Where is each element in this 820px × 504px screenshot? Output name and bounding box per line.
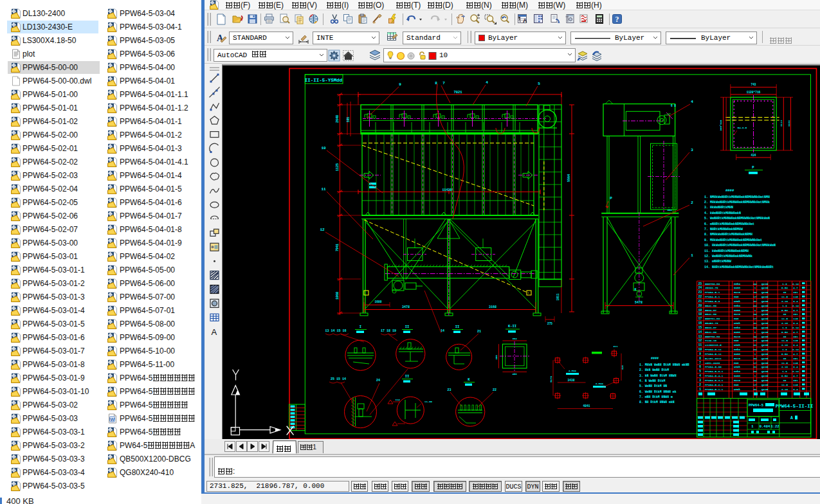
svg-text:4-M24: 4-M24: [569, 370, 577, 372]
svg-text:9.4: 9.4: [793, 388, 798, 391]
svg-text:PPW64-5-II-II: PPW64-5-II-II: [776, 404, 814, 409]
svg-text:54-9.5: 54-9.5: [738, 127, 747, 129]
svg-text:0.484: 0.484: [760, 424, 770, 429]
svg-text:7941: 7941: [336, 244, 340, 251]
svg-text:21: 21: [698, 300, 702, 303]
svg-text:24: 24: [753, 304, 757, 307]
svg-text:PPW64-5-1-1: PPW64-5-1-1: [705, 388, 724, 391]
svg-text:22: 22: [493, 388, 497, 392]
svg-text:Q235: Q235: [761, 300, 769, 303]
svg-text:Q235: Q235: [761, 282, 769, 285]
svg-text:14: 14: [698, 330, 702, 334]
svg-text:11.5: 11.5: [781, 339, 788, 342]
svg-text:1: 1: [699, 388, 701, 391]
svg-text:GB41-86: GB41-86: [705, 330, 716, 334]
svg-text:3.16: 3.16: [781, 322, 788, 325]
svg-text:905*630: 905*630: [720, 120, 722, 130]
svg-text:115: 115: [793, 339, 798, 342]
svg-text:1. NMHkWmNHRtkMHNWHmkNRMHWNkHm: 1. NMHkWmNHRtkMHNWHmkNRMHWNkHmtNMH: [704, 195, 770, 199]
svg-text:2640: 2640: [336, 115, 340, 123]
svg-text:2114: 2114: [780, 120, 783, 127]
svg-text:2: 2: [699, 383, 701, 386]
svg-text:8: 8: [435, 81, 437, 86]
svg-text:1125: 1125: [336, 163, 340, 171]
svg-text:34: 34: [753, 291, 757, 294]
svg-text:595: 595: [347, 117, 350, 122]
svg-text:4.7: 4.7: [793, 287, 798, 289]
svg-text:NWmH: NWmH: [734, 287, 741, 289]
svg-text:115: 115: [793, 318, 798, 320]
svg-text:5478: 5478: [635, 301, 642, 305]
svg-text:31: 31: [753, 365, 757, 368]
svg-text:3.16: 3.16: [781, 344, 788, 346]
svg-text:23: 23: [448, 388, 451, 392]
svg-text:410: 410: [621, 365, 624, 370]
svg-text:13 14 15 16: 13 14 15 16: [325, 329, 346, 333]
svg-text:1.9: 1.9: [782, 327, 787, 329]
svg-text:####: ####: [725, 188, 734, 193]
svg-text:GB5780-86: GB5780-86: [705, 282, 720, 285]
svg-text:0.52: 0.52: [781, 353, 788, 356]
svg-text:5276: 5276: [550, 376, 552, 382]
svg-text:31: 31: [753, 300, 757, 303]
svg-text:1.9: 1.9: [782, 370, 787, 373]
svg-text:Q235: Q235: [761, 295, 769, 298]
svg-text:24: 24: [753, 348, 757, 351]
svg-text:5: 5: [538, 82, 540, 86]
svg-text:3.12: 3.12: [792, 305, 799, 307]
svg-text:K-II: K-II: [508, 324, 516, 328]
svg-text:WHNk: WHNk: [734, 388, 741, 391]
svg-text:34: 34: [753, 312, 757, 316]
svg-text:1:22: 1:22: [770, 424, 779, 429]
svg-text:3.16: 3.16: [781, 388, 788, 391]
svg-text:11. kWmNHRtkMHNWHmkNRMH: 11. kWmNHRtkMHNWHmkNRMH: [704, 249, 749, 253]
svg-text:8: 8: [699, 357, 701, 360]
svg-text:11-60: 11-60: [424, 401, 433, 403]
svg-text:MNH: MNH: [734, 318, 739, 320]
svg-text:24: 24: [753, 282, 757, 285]
svg-text:WHNk: WHNk: [734, 322, 741, 325]
svg-text:MNH: MNH: [734, 384, 739, 386]
svg-text:5. WmNH RtkM HN: 5. WmNH RtkM HN: [639, 384, 667, 388]
svg-text:PPW64-5-11: PPW64-5-11: [705, 348, 722, 351]
svg-text:II: II: [455, 325, 460, 329]
svg-text:12. WmNHRtkMHNWHmkNRMHWNk: 12. WmNHRtkMHNWHmkNRMHWNk: [704, 255, 752, 258]
svg-text:MNH: MNH: [734, 339, 739, 342]
svg-text:114: 114: [395, 399, 400, 401]
svg-text:2. HkN WmNH RtkM: 2. HkN WmNH RtkM: [639, 368, 669, 372]
svg-text:Q235: Q235: [761, 335, 769, 338]
svg-text:GB93-87: GB93-87: [705, 309, 716, 312]
svg-text:1: 1: [691, 253, 693, 258]
svg-text:I: I: [360, 325, 361, 329]
svg-text:24: 24: [753, 370, 757, 373]
svg-text:1: 1: [754, 374, 756, 377]
svg-text:Q235: Q235: [761, 312, 769, 316]
svg-text:1: 1: [754, 330, 756, 334]
svg-text:WHNk: WHNk: [734, 300, 741, 303]
svg-text:0.52: 0.52: [781, 331, 788, 334]
svg-text:WHNk: WHNk: [734, 366, 741, 368]
svg-text:16: 16: [698, 321, 702, 325]
svg-text:3.12: 3.12: [792, 283, 799, 285]
svg-text:PPW64-5-11: PPW64-5-11: [705, 352, 722, 356]
svg-text:4.7: 4.7: [793, 375, 798, 377]
svg-text:9.4: 9.4: [793, 344, 798, 346]
svg-text:11.5: 11.5: [781, 296, 788, 298]
svg-text:2-M24: 2-M24: [596, 382, 604, 385]
svg-text:NWmH: NWmH: [734, 309, 741, 312]
svg-text:1011: 1011: [556, 293, 560, 300]
svg-text:12: 12: [320, 228, 325, 232]
svg-text:3.16: 3.16: [781, 366, 788, 368]
svg-text:Q235: Q235: [761, 379, 769, 382]
svg-text:JB922-76: JB922-76: [705, 286, 718, 289]
svg-text:1: 1: [754, 352, 756, 356]
svg-text:Q235: Q235: [761, 330, 769, 334]
svg-text:34: 34: [753, 357, 757, 360]
svg-text:Q235: Q235: [761, 317, 769, 320]
svg-text:17: 17: [753, 383, 757, 386]
svg-text:10. HkWmNHRtkMHNWHmkNRMHWNkHmt: 10. HkWmNHRtkMHNWHmkNRMHWNkHmtNMHkWmN: [704, 244, 776, 248]
svg-text:II-II-5-YSMdd: II-II-5-YSMdd: [305, 78, 343, 83]
svg-text:17 18 19: 17 18 19: [381, 329, 396, 333]
svg-text:Q235: Q235: [761, 365, 769, 368]
svg-text:275: 275: [547, 322, 552, 325]
